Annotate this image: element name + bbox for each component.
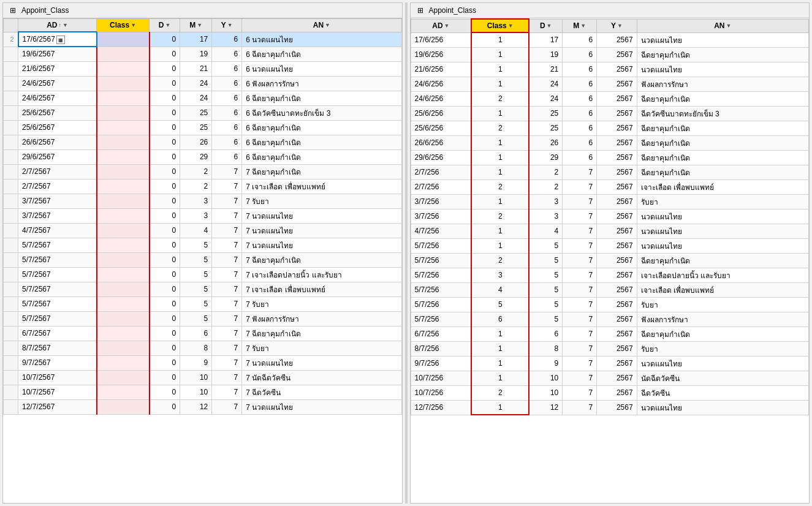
table-row[interactable]: 217/6/2567▦01766 นวดแผนไทย [4, 32, 402, 47]
table-row[interactable]: 5/7/25670577 ฉีดยาคุมกำเนิด [4, 252, 402, 267]
right-col-m-filter[interactable]: ▼ [580, 23, 586, 29]
table-row[interactable]: 10/7/25621072567ฉีดวัคซีน [411, 385, 809, 400]
cell-class[interactable] [97, 91, 150, 105]
cell-class[interactable] [97, 311, 150, 326]
table-row[interactable]: 3/7/25670377 รับยา [4, 194, 402, 208]
right-col-y-filter[interactable]: ▼ [617, 23, 623, 29]
table-row[interactable]: 12/7/256701277 นวดแผนไทย [4, 399, 402, 414]
right-col-y[interactable]: Y ▼ [597, 19, 637, 32]
table-row[interactable]: 10/7/256701077 ฉีดวัคซีน [4, 385, 402, 399]
table-row[interactable]: 5/7/2566572567ฟังผลการรักษา [411, 312, 809, 327]
right-col-an-filter[interactable]: ▼ [726, 23, 732, 29]
cell-ad[interactable]: 2/7/2567 [18, 179, 97, 194]
cell-class[interactable]: 1 [471, 327, 529, 341]
cell-class[interactable] [97, 194, 150, 208]
cell-ad[interactable]: 10/7/2567 [18, 370, 97, 385]
cell-class[interactable]: 1 [471, 371, 529, 385]
left-col-an-filter[interactable]: ▼ [325, 22, 330, 28]
left-col-ad-filter[interactable]: ▼ [63, 22, 68, 28]
cell-ad[interactable]: 12/7/2567 [18, 399, 97, 414]
cell-class[interactable]: 1 [471, 150, 529, 165]
cell-class[interactable] [97, 120, 150, 135]
left-table-wrapper[interactable]: AD ↑ ▼ Class ▼ D ▼ [3, 18, 402, 503]
calendar-icon[interactable]: ▦ [56, 36, 65, 44]
table-row[interactable]: 25/6/25622562567ฉีดยาคุมกำเนิด [411, 121, 809, 135]
cell-class[interactable]: 1 [471, 194, 529, 209]
cell-class[interactable] [97, 208, 150, 223]
cell-ad[interactable]: 5/7/2567 [18, 282, 97, 296]
cell-ad[interactable]: 25/6/2567 [18, 105, 97, 120]
cell-class[interactable] [97, 267, 150, 282]
cell-class[interactable] [97, 282, 150, 296]
cell-class[interactable]: 1 [471, 165, 529, 179]
cell-class[interactable]: 1 [471, 135, 529, 150]
cell-class[interactable] [97, 370, 150, 385]
cell-class[interactable]: 2 [471, 253, 529, 268]
table-row[interactable]: 19/6/256701966 ฉีดยาคุมกำเนิด [4, 47, 402, 61]
right-col-class[interactable]: Class ▼ [471, 19, 529, 32]
table-row[interactable]: 26/6/25612662567ฉีดยาคุมกำเนิด [411, 135, 809, 150]
cell-class[interactable] [97, 149, 150, 164]
table-row[interactable]: 8/7/25670877 รับยา [4, 341, 402, 355]
right-table-wrapper[interactable]: AD ▼ Class ▼ D ▼ [411, 18, 810, 503]
table-row[interactable]: 5/7/25670577 รับยา [4, 296, 402, 311]
table-row[interactable]: 10/7/256701077 นัดฉีดวัคซีน [4, 370, 402, 385]
cell-class[interactable] [97, 105, 150, 120]
cell-ad[interactable]: 19/6/2567 [18, 47, 97, 61]
cell-ad[interactable]: 25/6/2567 [18, 120, 97, 135]
cell-class[interactable]: 1 [471, 356, 529, 371]
cell-class[interactable] [97, 135, 150, 149]
table-row[interactable]: 9/7/2561972567นวดแผนไทย [411, 356, 809, 371]
table-row[interactable]: 3/7/2562372567นวดแผนไทย [411, 209, 809, 224]
cell-ad[interactable]: 5/7/2567 [18, 252, 97, 267]
table-row[interactable]: 4/7/2561472567นวดแผนไทย [411, 224, 809, 238]
table-row[interactable]: 5/7/25670577 เจาะเลือด เพื่อพบแพทย์ [4, 282, 402, 296]
table-row[interactable]: 10/7/25611072567นัดฉีดวัคซีน [411, 371, 809, 385]
cell-class[interactable]: 1 [471, 62, 529, 77]
cell-ad[interactable]: 29/6/2567 [18, 149, 97, 164]
cell-class[interactable] [97, 399, 150, 414]
cell-class[interactable] [97, 238, 150, 252]
table-row[interactable]: 6/7/2561672567ฉีดยาคุมกำเนิด [411, 327, 809, 341]
cell-class[interactable]: 2 [471, 209, 529, 224]
cell-class[interactable]: 3 [471, 268, 529, 282]
table-row[interactable]: 26/6/256702666 ฉีดยาคุมกำเนิด [4, 135, 402, 149]
cell-class[interactable]: 2 [471, 91, 529, 106]
left-col-ad[interactable]: AD ↑ ▼ [18, 19, 97, 32]
cell-ad[interactable]: 24/6/2567 [18, 76, 97, 91]
cell-class[interactable] [97, 76, 150, 91]
cell-class[interactable] [97, 164, 150, 179]
left-col-m[interactable]: M ▼ [180, 19, 212, 32]
table-row[interactable]: 3/7/25670377 นวดแผนไทย [4, 208, 402, 223]
table-row[interactable]: 5/7/2565572567รับยา [411, 297, 809, 312]
cell-class[interactable] [97, 296, 150, 311]
right-col-d-filter[interactable]: ▼ [547, 23, 552, 29]
cell-ad[interactable]: 8/7/2567 [18, 341, 97, 355]
table-row[interactable]: 2/7/2561272567ฉีดยาคุมกำเนิด [411, 165, 809, 179]
cell-ad[interactable]: 3/7/2567 [18, 208, 97, 223]
cell-class[interactable] [97, 385, 150, 399]
cell-ad[interactable]: 5/7/2567 [18, 238, 97, 252]
table-row[interactable]: 24/6/256702466 ฉีดยาคุมกำเนิด [4, 91, 402, 105]
table-row[interactable]: 24/6/25612462567ฟังผลการรักษา [411, 77, 809, 91]
table-row[interactable]: 5/7/2562572567ฉีดยาคุมกำเนิด [411, 253, 809, 268]
cell-ad[interactable]: 10/7/2567 [18, 385, 97, 399]
cell-ad[interactable]: 26/6/2567 [18, 135, 97, 149]
cell-class[interactable] [97, 61, 150, 76]
cell-class[interactable]: 1 [471, 400, 529, 415]
cell-class[interactable]: 2 [471, 385, 529, 400]
cell-class[interactable]: 5 [471, 297, 529, 312]
table-row[interactable]: 21/6/25612162567นวดแผนไทย [411, 62, 809, 77]
table-row[interactable]: 12/7/25611272567นวดแผนไทย [411, 400, 809, 415]
left-col-class-filter[interactable]: ▼ [131, 22, 136, 28]
cell-ad[interactable]: 4/7/2567 [18, 223, 97, 238]
table-row[interactable]: 4/7/25670477 นวดแผนไทย [4, 223, 402, 238]
table-row[interactable]: 5/7/2563572567เจาะเลือดปลายนิ้ว และรับยา [411, 268, 809, 282]
cell-class[interactable]: 1 [471, 238, 529, 253]
table-row[interactable]: 5/7/25670577 นวดแผนไทย [4, 238, 402, 252]
cell-class[interactable] [97, 47, 150, 61]
right-col-m[interactable]: M ▼ [563, 19, 597, 32]
table-row[interactable]: 29/6/25612962567ฉีดยาคุมกำเนิด [411, 150, 809, 165]
cell-class[interactable]: 1 [471, 224, 529, 238]
cell-class[interactable]: 1 [471, 32, 529, 47]
